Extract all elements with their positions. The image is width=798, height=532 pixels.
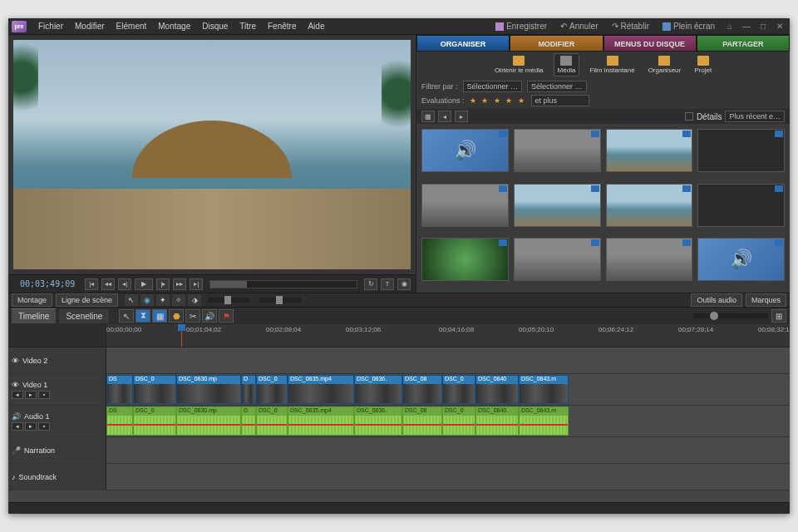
zoom-fit-button[interactable]: ⊞ bbox=[771, 309, 786, 323]
redo-button[interactable]: ↷Rétablir bbox=[607, 20, 654, 32]
transitions-tool[interactable]: ⬗ bbox=[188, 294, 201, 306]
track-toggle[interactable]: ◂ bbox=[12, 391, 23, 399]
media-thumb[interactable] bbox=[514, 184, 601, 227]
timeline-clip[interactable]: DSC_0 bbox=[256, 406, 288, 436]
timeline-clip[interactable]: DS bbox=[106, 406, 133, 436]
project-button[interactable]: Projet bbox=[691, 54, 715, 76]
snapshot-button[interactable]: ◉ bbox=[397, 278, 411, 290]
media-thumb[interactable] bbox=[514, 129, 601, 172]
track-toggle[interactable]: ◂ bbox=[12, 422, 23, 431]
speaker-icon[interactable]: 🔊 bbox=[12, 412, 21, 421]
rating-stars[interactable]: ★ ★ ★ ★ ★ bbox=[470, 96, 526, 105]
media-thumb[interactable] bbox=[697, 184, 785, 227]
timeline-tab[interactable]: Timeline bbox=[12, 308, 56, 323]
track-header[interactable]: ♪Soundtrack bbox=[8, 464, 106, 490]
home-button[interactable]: ⌂ bbox=[723, 22, 736, 32]
timeline-clip[interactable]: DSC_0836. bbox=[354, 406, 402, 436]
mic-icon[interactable]: 🎤 bbox=[12, 446, 21, 455]
time-ruler[interactable]: 00;00;00;00 00;01;04;02 00;02;08;04 00;0… bbox=[8, 324, 790, 347]
scrub-bar[interactable] bbox=[209, 280, 357, 288]
track-toggle[interactable]: ▸ bbox=[25, 391, 37, 399]
timeline-clip[interactable]: DSC_0840 bbox=[475, 375, 519, 404]
media-thumb[interactable] bbox=[606, 129, 693, 172]
marker-tool[interactable]: ⬣ bbox=[169, 309, 184, 323]
frame-back-button[interactable]: ◂| bbox=[118, 278, 131, 290]
media-thumb[interactable] bbox=[421, 129, 509, 172]
track-toggle[interactable]: ▪ bbox=[38, 422, 50, 431]
timeline-clip[interactable]: DSC_0840. bbox=[475, 406, 519, 436]
show-all-button[interactable]: ▦ bbox=[421, 111, 435, 122]
save-button[interactable]: Enregistrer bbox=[490, 20, 552, 32]
details-checkbox[interactable] bbox=[685, 112, 693, 121]
close-button[interactable]: ✕ bbox=[773, 22, 786, 32]
track-content[interactable] bbox=[106, 464, 790, 490]
timeline-clip[interactable]: D bbox=[241, 406, 256, 436]
media-thumb[interactable] bbox=[421, 238, 509, 281]
montage-tab[interactable]: Montage bbox=[12, 293, 52, 307]
track-content[interactable] bbox=[106, 437, 790, 463]
media-thumb[interactable] bbox=[606, 184, 693, 227]
eye-icon[interactable]: 👁 bbox=[12, 381, 19, 389]
menu-title[interactable]: Titre bbox=[234, 19, 261, 33]
menu-help[interactable]: Aide bbox=[303, 19, 329, 33]
sort-select[interactable]: Plus récent e… bbox=[725, 111, 785, 122]
timeline-clip[interactable]: DSC_0830.mp bbox=[176, 406, 241, 436]
play-button[interactable]: ▶ bbox=[135, 278, 153, 290]
playhead[interactable] bbox=[181, 324, 182, 347]
preview-monitor[interactable] bbox=[13, 40, 411, 269]
timeline-clip[interactable]: DSC_0 bbox=[442, 375, 475, 404]
timeline-clip[interactable]: DSC_0830.mp bbox=[176, 375, 241, 404]
timeline-clip[interactable]: DSC_0836. bbox=[354, 375, 402, 404]
media-thumb[interactable] bbox=[514, 238, 601, 281]
filter-select-2[interactable]: Sélectionner … bbox=[527, 81, 587, 92]
smart-tool[interactable]: ✦ bbox=[156, 294, 170, 306]
fullscreen-button[interactable]: Plein écran bbox=[658, 20, 720, 32]
timeline-clip[interactable]: DSC_0835.mp4 bbox=[288, 375, 354, 404]
timeline-clip[interactable]: DSC_08 bbox=[402, 375, 442, 404]
opacity-slider[interactable] bbox=[208, 298, 249, 303]
instant-movie-button[interactable]: Film instantané bbox=[586, 54, 638, 76]
track-content[interactable]: DSDSC_0DSC_0830.mpDDSC_0DSC_0835.mp4DSC_… bbox=[106, 374, 790, 405]
track-content[interactable]: DSDSC_0DSC_0830.mpDDSC_0DSC_0835.mp4DSC_… bbox=[106, 406, 790, 436]
tab-disc-menus[interactable]: MENUS DU DISQUE bbox=[603, 35, 697, 52]
show-audio-button[interactable]: ▸ bbox=[455, 111, 468, 122]
tab-organize[interactable]: ORGANISER bbox=[416, 35, 510, 52]
media-thumb[interactable] bbox=[697, 129, 785, 172]
menu-window[interactable]: Fenêtre bbox=[263, 19, 301, 33]
menu-clip[interactable]: Elément bbox=[111, 19, 152, 33]
media-thumb[interactable] bbox=[606, 238, 693, 281]
timeline-clip[interactable]: DSC_08 bbox=[402, 406, 442, 436]
undo-button[interactable]: ↶Annuler bbox=[555, 20, 603, 32]
step-fwd-button[interactable]: ▸▸ bbox=[173, 278, 186, 290]
minimize-button[interactable]: — bbox=[740, 22, 753, 32]
track-content[interactable] bbox=[106, 347, 790, 373]
menu-sequence[interactable]: Montage bbox=[153, 19, 195, 33]
filter-select-1[interactable]: Sélectionner … bbox=[463, 81, 523, 92]
menu-file[interactable]: Fichier bbox=[33, 19, 68, 33]
media-button[interactable]: Média bbox=[554, 53, 580, 76]
timeline-clip[interactable]: DSC_0 bbox=[442, 406, 475, 436]
volume-slider[interactable] bbox=[259, 298, 301, 303]
timeline-clip[interactable]: D bbox=[241, 375, 256, 404]
media-thumb[interactable] bbox=[697, 238, 785, 281]
track-header[interactable]: 👁Video 2 bbox=[8, 347, 106, 373]
tab-share[interactable]: PARTAGER bbox=[697, 35, 790, 52]
track-header[interactable]: 🎤Narration bbox=[8, 437, 106, 463]
goto-start-button[interactable]: |◂ bbox=[85, 278, 98, 290]
properties-tool[interactable]: ◉ bbox=[140, 294, 154, 306]
effects-tool[interactable]: ✧ bbox=[172, 294, 185, 306]
organizer-button[interactable]: Organiseur bbox=[645, 54, 685, 76]
track-header[interactable]: 👁Video 1 ◂▸▪ bbox=[8, 374, 106, 405]
show-video-button[interactable]: ◂ bbox=[438, 111, 451, 122]
sceneline-view-tab[interactable]: Sceneline bbox=[59, 309, 109, 323]
timeline-clip[interactable]: DSC_0 bbox=[133, 406, 176, 436]
track-toggle[interactable]: ▸ bbox=[25, 422, 37, 431]
selection-tool[interactable]: ↖ bbox=[125, 294, 138, 306]
goto-end-button[interactable]: ▸| bbox=[190, 278, 203, 290]
menu-edit[interactable]: Modifier bbox=[70, 19, 110, 33]
split-tool[interactable]: ✂ bbox=[185, 309, 200, 323]
timeline-clip[interactable]: DSC_0835.mp4 bbox=[288, 406, 354, 436]
step-back-button[interactable]: ◂◂ bbox=[101, 278, 115, 290]
loop-button[interactable]: ↻ bbox=[364, 278, 377, 290]
timeline-clip[interactable]: DSC_0 bbox=[133, 375, 176, 404]
